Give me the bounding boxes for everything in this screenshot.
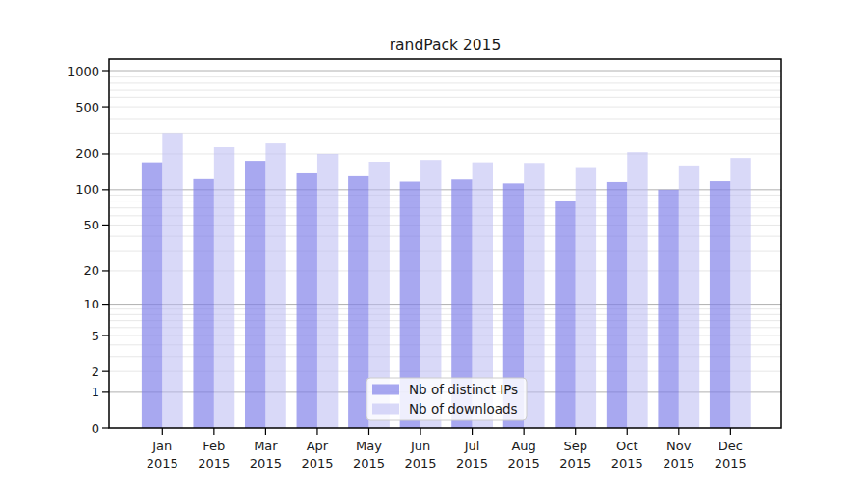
x-tick-label-year: 2015 — [715, 456, 746, 470]
legend-swatch-downloads — [372, 404, 399, 415]
legend: Nb of distinct IPs Nb of downloads — [366, 378, 527, 420]
chart-title: randPack 2015 — [390, 37, 502, 54]
y-tick-label: 50 — [83, 218, 99, 232]
x-tick-label-year: 2015 — [456, 456, 488, 470]
y-tick-label: 100 — [75, 182, 99, 197]
bar-distinct-ips — [658, 190, 678, 428]
x-tick-label-month: Dec — [719, 439, 743, 453]
y-tick-label: 5 — [92, 329, 99, 343]
bar-distinct-ips — [297, 173, 317, 428]
bar-downloads — [576, 168, 596, 428]
bar-distinct-ips — [193, 179, 213, 428]
x-tick-label-year: 2015 — [353, 456, 385, 470]
bar-distinct-ips — [245, 161, 265, 428]
bar-downloads — [162, 133, 182, 428]
y-tick-label: 1 — [92, 385, 99, 399]
x-tick-label-year: 2015 — [508, 456, 540, 470]
bar-downloads — [730, 158, 750, 428]
x-tick-label-year: 2015 — [198, 456, 230, 470]
y-tick-label: 500 — [75, 100, 99, 115]
x-tick-label-month: Mar — [254, 439, 278, 453]
y-tick-label: 200 — [75, 147, 99, 161]
y-tick-label: 2 — [92, 364, 99, 379]
x-tick-label-year: 2015 — [250, 456, 282, 470]
x-tick-label-month: Jun — [410, 439, 430, 453]
legend-label-distinct-ips: Nb of distinct IPs — [409, 382, 518, 397]
x-tick-label-month: Nov — [666, 439, 692, 453]
x-tick-label-month: Jan — [151, 439, 172, 453]
figure: 01251020501002005001000Jan2015Feb2015Mar… — [0, 0, 868, 482]
x-tick-label-month: Jul — [464, 439, 480, 453]
bar-downloads — [679, 166, 699, 428]
bar-distinct-ips — [142, 163, 162, 428]
bar-distinct-ips — [555, 201, 575, 428]
bar-chart: 01251020501002005001000Jan2015Feb2015Mar… — [0, 0, 868, 482]
bar-downloads — [214, 147, 234, 428]
y-tick-label: 10 — [83, 297, 99, 311]
x-tick-label-year: 2015 — [611, 456, 643, 470]
x-tick-label-year: 2015 — [663, 456, 694, 470]
bar-distinct-ips — [348, 176, 368, 428]
bar-downloads — [317, 154, 338, 428]
x-tick-label-month: Feb — [203, 439, 225, 453]
x-tick-label-year: 2015 — [559, 456, 591, 470]
legend-swatch-distinct-ips — [372, 385, 399, 395]
x-tick-label-year: 2015 — [405, 456, 437, 470]
bar-distinct-ips — [710, 181, 730, 428]
x-tick-label-month: Oct — [616, 439, 637, 453]
y-tick-label: 20 — [83, 263, 99, 278]
x-tick-label-month: Aug — [511, 439, 535, 453]
bar-downloads — [627, 152, 647, 428]
legend-label-downloads: Nb of downloads — [409, 401, 518, 416]
x-tick-label-month: Sep — [563, 439, 587, 453]
bar-distinct-ips — [607, 182, 627, 428]
y-tick-label: 1000 — [68, 65, 99, 79]
x-tick-label-year: 2015 — [301, 456, 333, 470]
bar-downloads — [265, 143, 285, 428]
x-tick-label-month: May — [356, 439, 382, 453]
y-tick-label: 0 — [92, 421, 99, 436]
x-tick-label-year: 2015 — [147, 456, 178, 470]
x-tick-label-month: Apr — [307, 439, 329, 453]
